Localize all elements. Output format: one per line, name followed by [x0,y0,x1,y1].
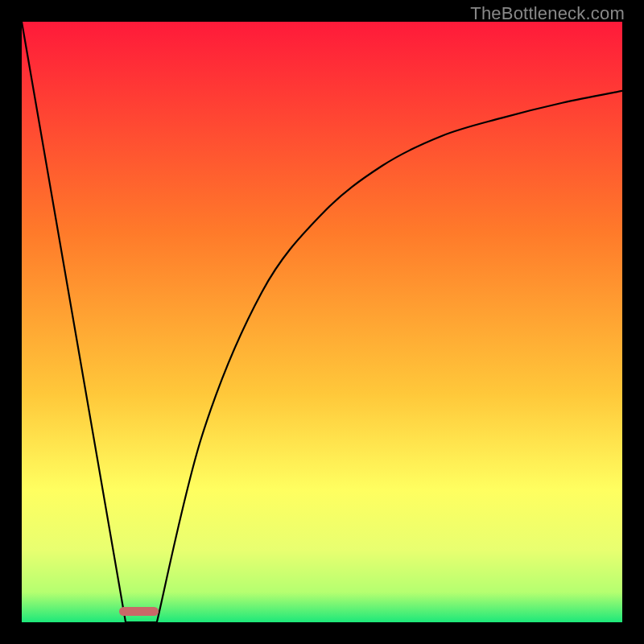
minimum-marker [119,607,158,616]
gradient-background [22,22,622,622]
plot-area [22,22,622,622]
chart-svg [22,22,622,622]
watermark-text: TheBottleneck.com [470,3,625,24]
chart-frame: TheBottleneck.com [0,0,644,644]
